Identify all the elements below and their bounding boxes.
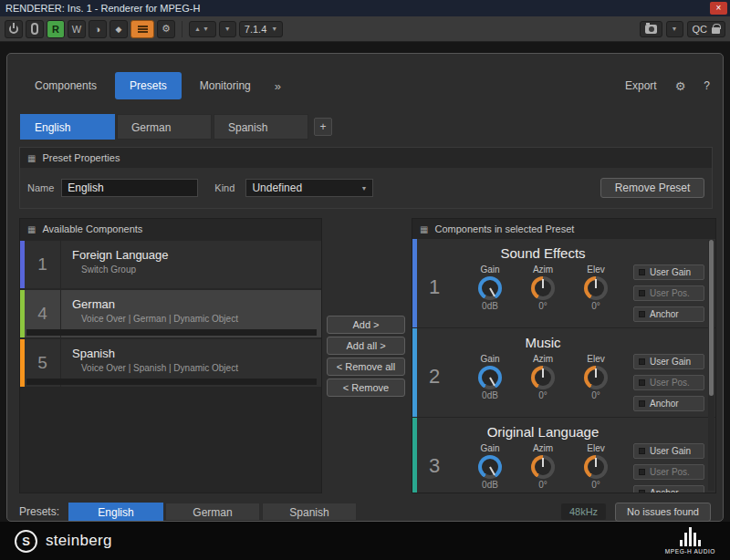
preset-tab-german[interactable]: German bbox=[117, 114, 212, 140]
user-gain-button[interactable]: User Gain bbox=[633, 354, 704, 369]
remove-preset-button[interactable]: Remove Preset bbox=[600, 178, 704, 198]
kind-select[interactable]: Undefined ▼ bbox=[245, 179, 373, 197]
gain-knob[interactable] bbox=[478, 455, 502, 479]
remove-button[interactable]: < Remove bbox=[327, 379, 405, 397]
preset-components-title: Components in selected Preset bbox=[434, 223, 574, 234]
header-actions: Export ⚙ ? bbox=[625, 79, 710, 93]
elevation-knob[interactable] bbox=[584, 366, 608, 389]
camera-icon bbox=[645, 25, 657, 34]
led-indicator bbox=[639, 269, 645, 275]
issues-status-button[interactable]: No issues found bbox=[615, 503, 711, 522]
gain-knob[interactable] bbox=[478, 276, 502, 300]
knob-pointer bbox=[595, 279, 597, 288]
export-button[interactable]: Export bbox=[625, 79, 657, 92]
component-title: German bbox=[72, 297, 312, 311]
snapshot-button[interactable] bbox=[640, 21, 662, 37]
user-gain-button[interactable]: User Gain bbox=[633, 264, 704, 280]
anchor-button[interactable]: Anchor bbox=[633, 306, 704, 322]
steinberg-logo: S steinberg bbox=[15, 530, 112, 553]
titlebar: RENDERER: Ins. 1 - Renderer for MPEG-H × bbox=[0, 0, 730, 16]
knob-pointer bbox=[489, 378, 495, 387]
anchor-label: Anchor bbox=[650, 309, 679, 319]
anchor-button[interactable]: Anchor bbox=[633, 396, 704, 411]
component-color-bar bbox=[412, 239, 417, 327]
tab-components[interactable]: Components bbox=[20, 72, 111, 99]
activate-plugin-button[interactable] bbox=[5, 20, 23, 38]
mpegh-bars-icon bbox=[680, 527, 701, 546]
quick-controls-toggle[interactable]: QC bbox=[687, 21, 726, 37]
preset-prev-next-button[interactable]: ▲▼ bbox=[189, 21, 216, 37]
component-title: Spanish bbox=[72, 347, 312, 360]
tab-monitoring[interactable]: Monitoring bbox=[185, 72, 266, 99]
bypass-button[interactable] bbox=[26, 20, 44, 38]
preset-tab-english[interactable]: English bbox=[20, 114, 115, 140]
elevation-knob[interactable] bbox=[584, 455, 608, 479]
user-pos-button[interactable]: User Pos. bbox=[633, 464, 704, 480]
bypass-icon bbox=[31, 23, 38, 35]
renderer-panel: Components Presets Monitoring » Export ⚙… bbox=[6, 53, 724, 522]
elev-label: Elev bbox=[576, 354, 616, 364]
user-pos-button[interactable]: User Pos. bbox=[633, 375, 704, 390]
knob-group: Gain 0dB Azim 0° Elev 0° bbox=[456, 264, 630, 311]
knob-group: Gain 0dB Azim 0° Elev 0° bbox=[456, 443, 630, 490]
available-components-panel: ▦ Available Components 1 Foreign Languag… bbox=[19, 218, 322, 493]
preset-tab-spanish[interactable]: Spanish bbox=[214, 114, 308, 140]
preset-component-sound-effects[interactable]: 1 Sound Effects Gain 0dB Azim 0° Elev 0° bbox=[412, 239, 715, 328]
azim-label: Azim bbox=[523, 354, 563, 364]
preset-properties-title: Preset Properties bbox=[42, 152, 120, 163]
scrollbar[interactable] bbox=[708, 240, 714, 491]
add-button[interactable]: Add > bbox=[327, 316, 405, 334]
gain-knob[interactable] bbox=[478, 366, 502, 389]
add-all-button[interactable]: Add all > bbox=[327, 337, 405, 355]
bottom-preset-spanish[interactable]: Spanish bbox=[262, 503, 357, 521]
preset-name-input[interactable] bbox=[61, 179, 198, 197]
anchor-button[interactable]: Anchor bbox=[633, 485, 704, 493]
user-gain-button[interactable]: User Gain bbox=[633, 443, 704, 459]
list-item-german[interactable]: 4 German Voice Over | German | Dynamic O… bbox=[20, 290, 321, 337]
plugin-toolbar: R W ◑ ◆ ⚙ ▲▼ ▼ 7.1.4 ▼ ▼ QC bbox=[0, 16, 730, 42]
add-preset-button[interactable]: + bbox=[314, 118, 332, 136]
elev-value: 0° bbox=[576, 390, 616, 400]
list-item-spanish[interactable]: 5 Spanish Voice Over | Spanish | Dynamic… bbox=[20, 339, 321, 387]
tab-overflow-icon[interactable]: » bbox=[269, 79, 287, 93]
azimuth-knob[interactable] bbox=[531, 276, 555, 300]
bottom-preset-german[interactable]: German bbox=[165, 503, 260, 521]
bottom-preset-english[interactable]: English bbox=[68, 503, 163, 521]
anchor-label: Anchor bbox=[650, 399, 679, 409]
read-automation-button[interactable]: R bbox=[47, 20, 65, 38]
elev-label: Elev bbox=[576, 264, 616, 275]
scrollbar-thumb[interactable] bbox=[709, 240, 714, 396]
steinberg-circle-icon: S bbox=[15, 530, 37, 553]
user-pos-button[interactable]: User Pos. bbox=[633, 285, 704, 301]
azimuth-knob[interactable] bbox=[531, 366, 555, 389]
preset-properties-header: ▦ Preset Properties bbox=[20, 148, 712, 168]
elevation-knob[interactable] bbox=[584, 276, 608, 300]
list-item-foreign-language[interactable]: 1 Foreign Language Switch Group bbox=[20, 241, 321, 288]
preset-component-music[interactable]: 2 Music Gain 0dB Azim 0° Elev 0° bbox=[412, 328, 715, 418]
remote-editor-button[interactable] bbox=[130, 20, 154, 38]
gain-value: 0dB bbox=[470, 390, 510, 400]
snapshot-menu-button[interactable]: ▼ bbox=[666, 21, 683, 37]
ab-compare-button[interactable]: ◑ bbox=[89, 20, 107, 38]
azimuth-knob[interactable] bbox=[531, 455, 555, 479]
remove-all-button[interactable]: < Remove all bbox=[327, 358, 405, 376]
preset-component-original-language[interactable]: 3 Original Language Gain 0dB Azim 0° Ele… bbox=[412, 418, 715, 493]
tab-presets[interactable]: Presets bbox=[115, 72, 182, 99]
settings-gear-icon[interactable]: ⚙ bbox=[675, 79, 686, 93]
elevation-control: Elev 0° bbox=[576, 354, 616, 400]
azim-label: Azim bbox=[523, 264, 563, 275]
preset-properties-body: Name Kind Undefined ▼ Remove Preset bbox=[20, 168, 712, 208]
presets-label: Presets: bbox=[19, 505, 59, 518]
close-button[interactable]: × bbox=[710, 2, 727, 15]
steinberg-wordmark: steinberg bbox=[46, 532, 112, 550]
elev-value: 0° bbox=[576, 480, 616, 490]
help-button[interactable]: ? bbox=[704, 79, 710, 92]
gain-control: Gain 0dB bbox=[470, 354, 510, 400]
anchor-label: Anchor bbox=[650, 488, 679, 493]
plugin-settings-button[interactable]: ⚙ bbox=[157, 20, 175, 38]
preset-browser-button[interactable]: ▼ bbox=[219, 21, 236, 37]
write-automation-button[interactable]: W bbox=[68, 20, 86, 38]
channel-config-select[interactable]: 7.1.4 ▼ bbox=[239, 21, 283, 37]
component-number: 2 bbox=[429, 365, 440, 389]
compare-button[interactable]: ◆ bbox=[110, 20, 128, 38]
